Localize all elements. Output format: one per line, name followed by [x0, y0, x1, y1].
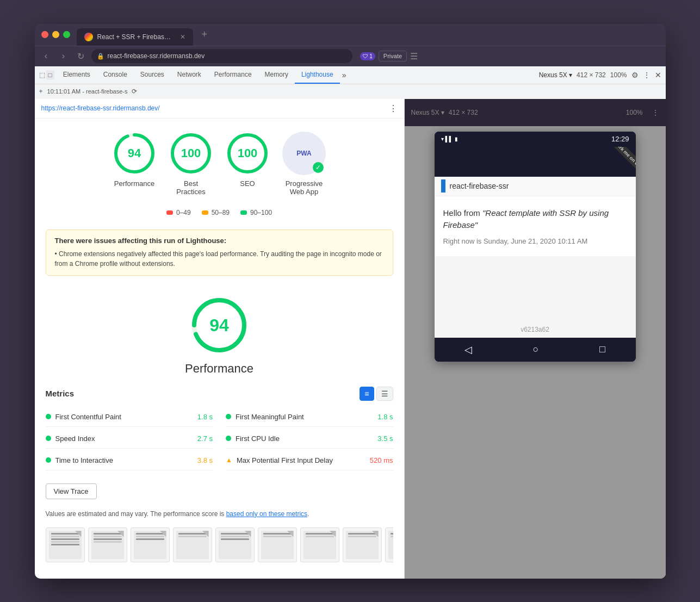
film-frame-6	[258, 527, 297, 562]
pwa-check-icon: ✓	[313, 162, 324, 173]
film-frame-4	[173, 527, 212, 562]
legend-orange-dot	[202, 210, 208, 215]
legend-green-label: 90–100	[250, 209, 272, 216]
devtools-tab-lighthouse[interactable]: Lighthouse	[295, 66, 340, 84]
view-toggle: ≡ ☰	[360, 387, 393, 401]
legend-orange: 50–89	[202, 209, 230, 216]
back-button[interactable]: ‹	[39, 49, 53, 63]
fork-ribbon-wrapper: Fork me on GitHub	[592, 147, 636, 177]
browser-tab[interactable]: React + SSR + Firebase = ♥ | Re... ✕	[77, 28, 193, 46]
phone-nav-bar: ◁ ○ □	[435, 338, 636, 362]
devtools-new-tab-icon[interactable]: +	[39, 88, 43, 95]
devtools-settings-icon[interactable]: ⚙	[631, 71, 639, 79]
shield-badge: 🛡 1	[360, 52, 375, 60]
devtools-tab-network[interactable]: Network	[171, 66, 208, 84]
phone-content: react-firebase-ssr Hello from "React tem…	[435, 177, 636, 256]
main-area: https://react-firebase-ssr.ridermansb.de…	[35, 99, 666, 579]
devtools-tab-performance[interactable]: Performance	[208, 66, 258, 84]
phone-home-icon[interactable]: ○	[533, 344, 539, 355]
android-phone: ▾ ▌▌ ▮ 12:29 Fork me on GitHub	[435, 132, 636, 362]
metric-value-mpfid: 520 ms	[370, 456, 393, 464]
toggle-list-button[interactable]: ☰	[376, 387, 393, 401]
big-score-circle: 94	[189, 295, 249, 355]
title-bar: React + SSR + Firebase = ♥ | Re... ✕ +	[35, 24, 666, 46]
devtools-reload-icon[interactable]: ⟳	[132, 88, 137, 95]
devtools-secondary-bar: + 10:11:01 AM - react-firebase-s ⟳	[35, 84, 666, 99]
devtools-device-selector[interactable]: Nexus 5X ▾	[539, 71, 572, 79]
phone-back-icon[interactable]: ◁	[464, 344, 472, 356]
phone-zoom-label: 100%	[626, 109, 643, 116]
phone-spacer	[435, 256, 636, 321]
phone-device-label: Nexus 5X ▾	[411, 109, 444, 116]
legend-red-dot	[166, 210, 173, 215]
score-legend: 0–49 50–89 90–100	[35, 204, 404, 225]
phone-recents-icon[interactable]: □	[599, 344, 605, 355]
fork-ribbon: Fork me on GitHub	[609, 147, 635, 177]
metric-dot-fci	[226, 436, 231, 441]
phone-chrome-bar: Nexus 5X ▾ 412 × 732 100% ⋮	[405, 99, 666, 126]
tab-title: React + SSR + Firebase = ♥ | Re...	[97, 33, 174, 41]
devtools-tab-console[interactable]: Console	[97, 66, 134, 84]
phone-logo	[441, 179, 445, 193]
url-box[interactable]: 🔒 react-firebase-ssr.ridermansb.dev	[91, 49, 352, 63]
tab-close-icon[interactable]: ✕	[180, 33, 185, 41]
metric-row-fcp: First Contentful Paint 1.8 s	[46, 407, 213, 427]
phone-panel: Nexus 5X ▾ 412 × 732 100% ⋮ ▾ ▌▌ ▮ 12:29	[405, 99, 666, 579]
menu-icon[interactable]: ☰	[410, 51, 418, 61]
devtools-tab-elements[interactable]: Elements	[57, 66, 97, 84]
fork-banner: Fork me on GitHub	[435, 147, 636, 177]
devtools-inspector-icon[interactable]: □	[46, 70, 54, 80]
legend-green-dot	[240, 210, 247, 215]
phone-signal-icon: ▌▌	[445, 136, 453, 142]
toggle-table-button[interactable]: ≡	[360, 387, 374, 401]
legend-red: 0–49	[166, 209, 191, 216]
metrics-section: Metrics ≡ ☰ First Contentful Paint 1.8 s	[35, 387, 404, 567]
private-button[interactable]: Private	[379, 51, 407, 61]
devtools-tab-sources[interactable]: Sources	[134, 66, 171, 84]
metric-row-fci: First CPU Idle 3.5 s	[226, 429, 393, 449]
devtools-close-icon[interactable]: ✕	[655, 71, 661, 79]
minimize-button[interactable]	[52, 31, 59, 38]
metric-value-si: 2.7 s	[197, 435, 213, 443]
reload-button[interactable]: ↻	[74, 49, 88, 63]
warning-text: • Chrome extensions negatively affected …	[55, 249, 384, 269]
metric-value-tti: 3.8 s	[197, 456, 213, 464]
more-tabs-icon[interactable]: »	[340, 71, 349, 79]
score-performance[interactable]: 94 Performance	[113, 132, 156, 196]
devtools-more-icon[interactable]: ⋮	[643, 71, 651, 79]
lighthouse-menu-icon[interactable]: ⋮	[389, 103, 398, 114]
score-seo[interactable]: 100 SEO	[226, 132, 269, 196]
metric-value-fmp: 1.8 s	[377, 413, 393, 421]
phone-status-bar: ▾ ▌▌ ▮ 12:29	[435, 132, 636, 147]
forward-button[interactable]: ›	[57, 49, 71, 63]
metric-dot-fcp	[46, 414, 51, 419]
score-best-practices[interactable]: 100 BestPractices	[169, 132, 213, 196]
big-score-area: 94 Performance	[35, 284, 404, 387]
devtools-tab-memory[interactable]: Memory	[258, 66, 295, 84]
metrics-grid: First Contentful Paint 1.8 s First Meani…	[46, 407, 393, 470]
metric-dot-tti	[46, 457, 51, 463]
phone-battery-icon: ▮	[455, 136, 458, 142]
devtools-zoom: 100%	[610, 71, 627, 79]
url-text: react-firebase-ssr.ridermansb.dev	[108, 52, 205, 60]
metric-name-tti: Time to Interactive	[55, 456, 193, 464]
big-score-label: Performance	[185, 362, 253, 376]
phone-hello-text: Hello from "React template with SSR by u…	[443, 207, 627, 232]
maximize-button[interactable]	[63, 31, 70, 38]
phone-body: Hello from "React template with SSR by u…	[435, 196, 636, 256]
film-frame-5	[215, 527, 255, 562]
estimates-text: Values are estimated and may vary. The p…	[46, 510, 393, 518]
new-tab-button[interactable]: +	[197, 29, 212, 40]
close-button[interactable]	[41, 31, 48, 38]
estimates-link[interactable]: based only on these metrics	[226, 510, 307, 518]
triangle-warning-icon: ▲	[226, 456, 232, 464]
lighthouse-url-bar: https://react-firebase-ssr.ridermansb.de…	[35, 99, 404, 119]
tab-bar: React + SSR + Firebase = ♥ | Re... ✕ +	[77, 24, 659, 46]
pwa-label: PWA	[296, 150, 311, 157]
score-pwa[interactable]: PWA ✓ ProgressiveWeb App	[282, 132, 326, 196]
devtools-cursor-icon[interactable]: ⬚	[39, 71, 45, 79]
metric-dot-fmp	[226, 414, 231, 419]
view-trace-button[interactable]: View Trace	[46, 483, 97, 499]
phone-more-icon[interactable]: ⋮	[652, 108, 659, 117]
phone-wifi-icon: ▾	[441, 136, 444, 142]
